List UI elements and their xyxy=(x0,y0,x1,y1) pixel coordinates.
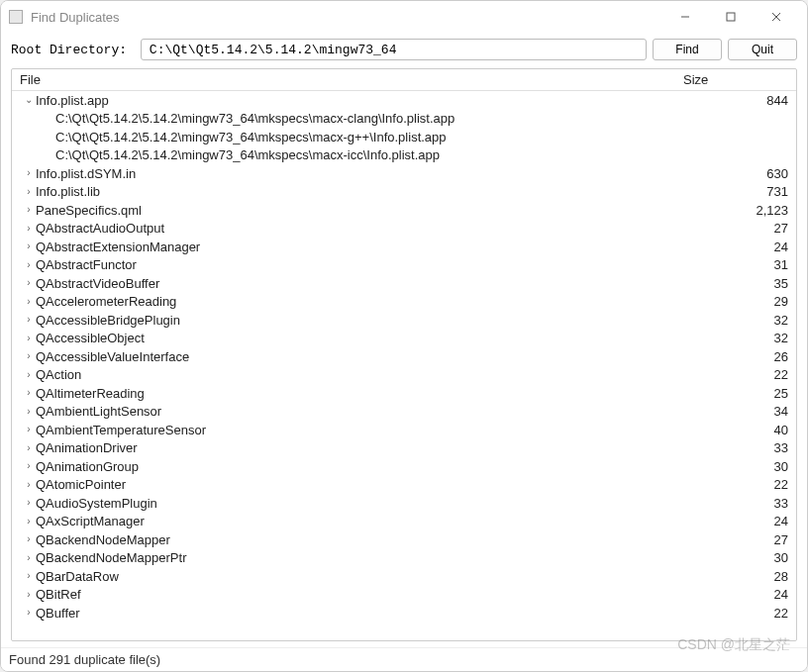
chevron-right-icon[interactable]: › xyxy=(22,590,36,600)
chevron-right-icon[interactable]: › xyxy=(22,571,36,581)
tree-item-label: QAmbientTemperatureSensor xyxy=(36,423,687,437)
tree-item-size: 24 xyxy=(687,240,796,254)
tree-row[interactable]: ›QAccessibleValueInterface26 xyxy=(12,347,796,366)
chevron-right-icon[interactable]: › xyxy=(22,480,36,490)
tree-row[interactable]: ›QBuffer22 xyxy=(12,604,796,623)
tree-item-label: QAnimationGroup xyxy=(36,459,687,474)
chevron-right-icon[interactable]: › xyxy=(22,407,36,417)
tree-item-label: Info.plist.lib xyxy=(36,184,687,199)
root-directory-input[interactable] xyxy=(141,39,647,60)
tree-item-size: 22 xyxy=(687,367,796,382)
tree-row[interactable]: ›Info.plist.dSYM.in630 xyxy=(12,164,796,183)
tree-header: File Size xyxy=(12,69,796,91)
chevron-right-icon[interactable]: › xyxy=(22,260,36,270)
tree-item-label: QAccelerometerReading xyxy=(36,294,687,309)
chevron-down-icon[interactable]: ⌄ xyxy=(22,95,36,105)
tree-body[interactable]: ⌄Info.plist.app844C:\Qt\Qt5.14.2\5.14.2\… xyxy=(12,91,796,640)
tree-item-label: QBitRef xyxy=(36,587,687,602)
maximize-button[interactable] xyxy=(708,1,754,33)
chevron-right-icon[interactable]: › xyxy=(22,168,36,178)
column-header-file[interactable]: File xyxy=(12,72,677,87)
tree-row[interactable]: ›QAccessibleObject32 xyxy=(12,330,796,348)
tree-row[interactable]: ›QAction22 xyxy=(12,366,796,385)
tree-row[interactable]: ›QBackendNodeMapper27 xyxy=(12,530,796,549)
tree-item-size: 24 xyxy=(687,587,796,602)
tree-row[interactable]: ›QAccelerometerReading29 xyxy=(12,293,796,312)
chevron-right-icon[interactable]: › xyxy=(22,187,36,197)
chevron-right-icon[interactable]: › xyxy=(22,241,36,251)
tree-row[interactable]: ›QAudioSystemPlugin33 xyxy=(12,494,796,513)
tree-row[interactable]: ›QBarDataRow28 xyxy=(12,567,796,586)
chevron-right-icon[interactable]: › xyxy=(22,425,36,434)
chevron-right-icon[interactable]: › xyxy=(22,278,36,288)
chevron-right-icon[interactable]: › xyxy=(22,370,36,380)
tree-item-size: 35 xyxy=(687,276,796,291)
tree-child-row[interactable]: C:\Qt\Qt5.14.2\5.14.2\mingw73_64\mkspecs… xyxy=(12,110,796,129)
chevron-right-icon[interactable]: › xyxy=(22,334,36,343)
tree-row[interactable]: ›PaneSpecifics.qml2,123 xyxy=(12,201,796,220)
chevron-right-icon[interactable]: › xyxy=(22,205,36,215)
chevron-right-icon[interactable]: › xyxy=(22,224,36,234)
tree-item-label: QBuffer xyxy=(36,606,687,621)
chevron-right-icon[interactable]: › xyxy=(22,443,36,453)
tree-item-label: QAbstractAudioOutput xyxy=(36,221,687,236)
chevron-right-icon[interactable]: › xyxy=(22,608,36,618)
minimize-button[interactable] xyxy=(662,1,708,33)
tree-item-label: QAccessibleObject xyxy=(36,331,687,345)
tree-item-label: QAccessibleBridgePlugin xyxy=(36,313,687,328)
tree-item-label: QAxScriptManager xyxy=(36,514,687,528)
tree-item-size: 22 xyxy=(687,606,796,621)
tree-row[interactable]: ›QAbstractExtensionManager24 xyxy=(12,238,796,256)
find-button[interactable]: Find xyxy=(653,39,722,60)
tree-item-label: PaneSpecifics.qml xyxy=(36,203,687,218)
tree-child-path: C:\Qt\Qt5.14.2\5.14.2\mingw73_64\mkspecs… xyxy=(55,111,687,126)
chevron-right-icon[interactable]: › xyxy=(22,351,36,361)
tree-item-size: 40 xyxy=(687,423,796,437)
tree-item-size: 24 xyxy=(687,514,796,528)
chevron-right-icon[interactable]: › xyxy=(22,315,36,325)
window-title: Find Duplicates xyxy=(31,10,662,25)
close-button[interactable] xyxy=(754,1,799,33)
column-header-size[interactable]: Size xyxy=(677,72,796,87)
tree-row[interactable]: ›QBitRef24 xyxy=(12,586,796,605)
quit-button[interactable]: Quit xyxy=(728,39,797,60)
chevron-right-icon[interactable]: › xyxy=(22,297,36,307)
tree-row[interactable]: ›QAxScriptManager24 xyxy=(12,513,796,531)
chevron-right-icon[interactable]: › xyxy=(22,553,36,563)
tree-item-label: Info.plist.dSYM.in xyxy=(36,166,687,181)
tree-item-size: 26 xyxy=(687,349,796,364)
chevron-right-icon[interactable]: › xyxy=(22,388,36,398)
chevron-right-icon[interactable]: › xyxy=(22,461,36,471)
tree-row[interactable]: ›QAmbientLightSensor34 xyxy=(12,403,796,422)
tree-row[interactable]: ›QAtomicPointer22 xyxy=(12,476,796,495)
toolbar: Root Directory: Find Quit xyxy=(1,33,807,68)
tree-row[interactable]: ›QAbstractFunctor31 xyxy=(12,256,796,275)
tree-item-label: QBackendNodeMapperPtr xyxy=(36,550,687,565)
tree-view: File Size ⌄Info.plist.app844C:\Qt\Qt5.14… xyxy=(11,68,797,641)
status-text: Found 291 duplicate file(s) xyxy=(9,652,160,667)
tree-row[interactable]: ›Info.plist.lib731 xyxy=(12,183,796,202)
tree-child-row[interactable]: C:\Qt\Qt5.14.2\5.14.2\mingw73_64\mkspecs… xyxy=(12,146,796,165)
tree-item-size: 25 xyxy=(687,386,796,401)
tree-item-size: 844 xyxy=(687,93,796,108)
tree-row[interactable]: ›QAccessibleBridgePlugin32 xyxy=(12,311,796,330)
tree-item-size: 30 xyxy=(687,459,796,474)
chevron-right-icon[interactable]: › xyxy=(22,534,36,544)
tree-row[interactable]: ›QAbstractVideoBuffer35 xyxy=(12,274,796,293)
tree-row[interactable]: ›QAltimeterReading25 xyxy=(12,384,796,403)
window-controls xyxy=(662,1,799,33)
tree-row[interactable]: ›QAnimationDriver33 xyxy=(12,439,796,458)
chevron-right-icon[interactable]: › xyxy=(22,517,36,527)
chevron-right-icon[interactable]: › xyxy=(22,498,36,508)
tree-row[interactable]: ›QAbstractAudioOutput27 xyxy=(12,220,796,239)
tree-row[interactable]: ⌄Info.plist.app844 xyxy=(12,91,796,110)
tree-item-size: 28 xyxy=(687,569,796,584)
tree-row[interactable]: ›QAnimationGroup30 xyxy=(12,457,796,476)
tree-child-row[interactable]: C:\Qt\Qt5.14.2\5.14.2\mingw73_64\mkspecs… xyxy=(12,128,796,146)
tree-item-label: Info.plist.app xyxy=(36,93,687,108)
tree-row[interactable]: ›QAmbientTemperatureSensor40 xyxy=(12,421,796,439)
tree-item-size: 731 xyxy=(687,184,796,199)
tree-row[interactable]: ›QBackendNodeMapperPtr30 xyxy=(12,549,796,568)
tree-item-size: 34 xyxy=(687,404,796,419)
tree-item-size: 33 xyxy=(687,440,796,455)
